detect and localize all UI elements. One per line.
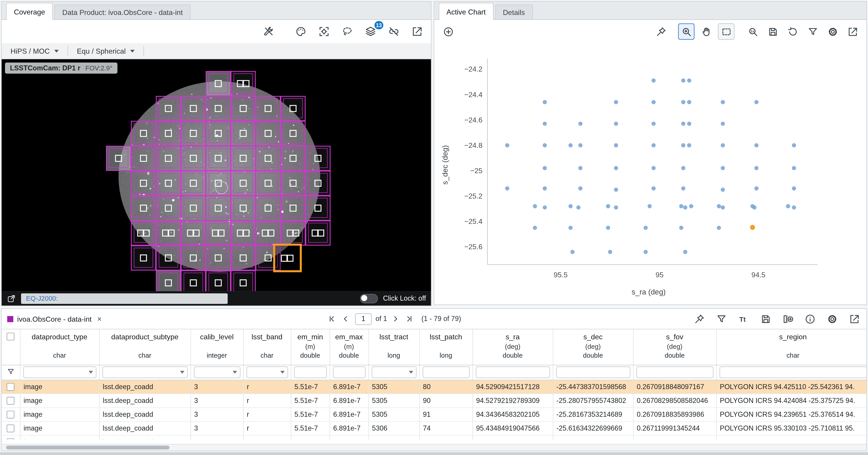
scatter-point[interactable]	[786, 204, 790, 209]
scatter-point[interactable]	[505, 186, 509, 191]
cell-lsst_patch[interactable]: 91	[419, 407, 472, 421]
cell-em_min[interactable]: 5.51e-7	[291, 435, 330, 439]
table-info-button[interactable]	[803, 312, 816, 326]
hips-moc-dropdown[interactable]: HiPS / MOC	[2, 43, 67, 59]
cell-s_fov[interactable]: 0.26708298508582046	[633, 394, 716, 407]
table-scroll-area[interactable]: dataproduct_typechardataproduct_subtypec…	[2, 329, 866, 439]
cell-s_ra[interactable]: 95.26	[472, 435, 553, 439]
scatter-point[interactable]	[681, 78, 685, 83]
cell-em_max[interactable]: 6.891e-7	[330, 421, 368, 435]
cell-em_max[interactable]: 6.891e-7	[330, 380, 368, 393]
unlink-button[interactable]	[385, 23, 402, 40]
scatter-point[interactable]	[533, 204, 537, 209]
click-lock-toggle[interactable]	[360, 294, 378, 303]
cell-lsst_band[interactable]: r	[243, 380, 291, 393]
scrollbar-thumb[interactable]	[6, 446, 169, 449]
first-page-button[interactable]	[326, 313, 337, 324]
scatter-point[interactable]	[717, 226, 721, 230]
scatter-point[interactable]	[543, 205, 547, 210]
cell-dataproduct_type[interactable]: image	[20, 435, 99, 439]
column-header-lsst_tract[interactable]: lsst_tractlong	[368, 329, 419, 365]
cell-lsst_band[interactable]: r	[243, 394, 291, 407]
scatter-point[interactable]	[683, 205, 688, 210]
filter-input-dataproduct_type[interactable]	[23, 366, 96, 378]
row-checkbox[interactable]	[7, 424, 14, 432]
scatter-point[interactable]	[652, 78, 656, 83]
scatter-point[interactable]	[578, 143, 583, 148]
scatter-point[interactable]	[533, 226, 537, 230]
filter-input-em_max[interactable]	[333, 366, 365, 378]
cell-s_region[interactable]: POLYGON ICRS 94.425110 -25.542361 94.	[716, 380, 866, 393]
column-header-em_min[interactable]: em_min(m)double	[291, 329, 330, 365]
add-chart-button[interactable]	[440, 23, 457, 40]
scatter-point[interactable]	[754, 186, 758, 191]
cell-dataproduct_subtype[interactable]: lsst.deep_coadd	[99, 394, 191, 407]
selected-coverage-tile[interactable]	[274, 245, 301, 271]
column-header-calib_level[interactable]: calib_levelinteger	[191, 329, 243, 365]
cell-s_ra[interactable]: 95.43484919047566	[472, 421, 553, 435]
close-table-icon[interactable]: ×	[97, 314, 102, 323]
cell-em_min[interactable]: 5.51e-7	[291, 394, 330, 407]
scatter-point[interactable]	[648, 204, 652, 209]
scatter-point[interactable]	[752, 205, 756, 210]
cell-s_region[interactable]: POLYGON ICRS 95.1	[716, 435, 866, 439]
table-row[interactable]: imagelsst.deep_coadd3r5.51e-76.891e-7530…	[2, 394, 866, 407]
cell-dataproduct_subtype[interactable]: lsst.deep_coadd	[99, 380, 191, 393]
scatter-point[interactable]	[578, 122, 583, 126]
cell-lsst_tract[interactable]: 5305	[368, 394, 419, 407]
filter-input-s_region[interactable]	[719, 366, 866, 378]
tab-coverage[interactable]: Coverage	[6, 3, 53, 20]
expand-chart-button[interactable]	[844, 23, 861, 40]
column-header-lsst_patch[interactable]: lsst_patchlong	[419, 329, 472, 365]
cell-dataproduct_type[interactable]: image	[20, 421, 99, 435]
expand-coverage-button[interactable]	[409, 23, 425, 40]
cell-em_max[interactable]: 6.891e-7	[330, 407, 368, 421]
tools-button[interactable]	[260, 23, 277, 40]
zoom-original-button[interactable]	[744, 23, 761, 40]
cell-lsst_band[interactable]: r	[243, 435, 291, 439]
scatter-point[interactable]	[681, 143, 685, 148]
cell-lsst_band[interactable]: r	[243, 421, 291, 435]
cell-lsst_tract[interactable]: 5305	[368, 380, 419, 393]
scatter-point[interactable]	[681, 100, 685, 104]
selected-point[interactable]	[750, 225, 755, 230]
scatter-point[interactable]	[721, 143, 725, 148]
layers-button[interactable]: 13	[362, 23, 379, 40]
filter-table-button[interactable]	[714, 312, 728, 326]
region-select-button[interactable]	[339, 23, 355, 40]
pan-mode-button[interactable]	[698, 23, 714, 40]
cell-lsst_tract[interactable]: 5306	[368, 421, 419, 435]
scatter-point[interactable]	[679, 226, 683, 230]
cell-dataproduct_subtype[interactable]: lsst.deep_coadd	[99, 435, 191, 439]
save-chart-button[interactable]	[764, 23, 781, 40]
cell-dataproduct_type[interactable]: image	[20, 407, 99, 421]
column-header-s_dec[interactable]: s_dec(deg)double	[553, 329, 633, 365]
scatter-point[interactable]	[608, 250, 612, 254]
scatter-point[interactable]	[652, 122, 656, 126]
scatter-point[interactable]	[689, 204, 693, 209]
cell-lsst_patch[interactable]: 80	[419, 380, 472, 393]
scatter-point[interactable]	[568, 204, 573, 209]
cell-s_region[interactable]: POLYGON ICRS 95.330103 -25.710811 95.	[716, 421, 866, 435]
scatter-point[interactable]	[681, 186, 685, 191]
scatter-point[interactable]	[687, 100, 691, 104]
cell-em_min[interactable]: 5.51e-7	[291, 407, 330, 421]
cell-s_fov[interactable]: 0.2670918835893986	[633, 407, 716, 421]
scatter-point[interactable]	[543, 143, 547, 148]
chart-area[interactable]: −24.2−24.4−24.6−24.8−25−25.2−25.4−25.695…	[434, 43, 866, 304]
coverage-sky-svg[interactable]	[2, 59, 431, 291]
cell-dataproduct_type[interactable]: image	[20, 380, 99, 393]
recenter-button[interactable]	[316, 23, 332, 40]
filter-input-s_fov[interactable]	[636, 366, 713, 378]
column-header-dataproduct_subtype[interactable]: dataproduct_subtypechar	[99, 329, 191, 365]
cell-s_ra[interactable]: 94.52909421517128	[472, 380, 553, 393]
scatter-point[interactable]	[721, 166, 725, 170]
scatter-point[interactable]	[543, 186, 547, 191]
cell-s_fov[interactable]: 0.2671	[633, 435, 716, 439]
column-header-s_region[interactable]: s_regionchar	[716, 329, 866, 365]
scatter-point[interactable]	[505, 143, 509, 148]
scatter-point[interactable]	[754, 166, 758, 170]
cell-s_dec[interactable]: -25.447383701598568	[553, 380, 633, 393]
scatter-point[interactable]	[614, 205, 618, 210]
cell-dataproduct_type[interactable]: image	[20, 394, 99, 407]
